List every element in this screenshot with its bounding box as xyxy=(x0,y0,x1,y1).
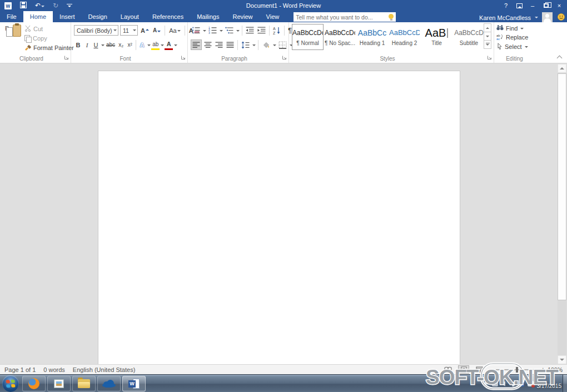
tab-file[interactable]: File xyxy=(0,11,23,22)
font-color-caret[interactable] xyxy=(174,44,177,48)
taskbar-clock[interactable]: 3/17/2015 xyxy=(537,378,562,389)
word-count[interactable]: 0 words xyxy=(43,366,65,373)
font-dialog-launcher[interactable] xyxy=(181,54,186,61)
font-name-combo[interactable]: Calibri (Body) xyxy=(74,25,118,36)
page-indicator[interactable]: Page 1 of 1 xyxy=(4,366,36,373)
tab-design[interactable]: Design xyxy=(82,11,114,22)
align-center-button[interactable] xyxy=(203,39,213,50)
taskbar-explorer-button[interactable] xyxy=(72,376,96,391)
taskbar-firefox-button[interactable] xyxy=(22,376,46,391)
taskbar-word-button[interactable]: W xyxy=(122,376,146,391)
customize-qat-button[interactable] xyxy=(67,4,72,7)
text-highlight-button[interactable]: ab xyxy=(151,39,160,50)
line-spacing-button[interactable] xyxy=(240,39,251,50)
style-normal[interactable]: AaBbCcDc ¶ Normal xyxy=(292,24,324,50)
styles-scroll-down-button[interactable] xyxy=(484,32,491,41)
bold-button[interactable]: B xyxy=(74,39,82,50)
save-icon[interactable] xyxy=(20,2,27,9)
font-color-button[interactable]: A xyxy=(165,39,173,50)
change-case-button[interactable]: Aa xyxy=(168,25,181,36)
close-button[interactable]: × xyxy=(553,0,566,11)
styles-more-button[interactable] xyxy=(484,40,491,49)
highlight-caret[interactable] xyxy=(161,44,164,48)
scroll-down-button[interactable] xyxy=(558,355,566,364)
ribbon-display-options-button[interactable] xyxy=(513,0,526,11)
subscript-button[interactable]: x₂ xyxy=(117,39,125,50)
grow-font-button[interactable]: A xyxy=(140,25,150,36)
sort-button[interactable]: AZ xyxy=(272,25,282,36)
underline-button[interactable]: U xyxy=(92,39,100,50)
style-heading-1[interactable]: AaBbCc Heading 1 xyxy=(356,24,388,50)
tell-me-box[interactable] xyxy=(294,12,396,22)
tell-me-input[interactable] xyxy=(296,14,389,21)
styles-scroll-up-button[interactable] xyxy=(484,23,491,32)
zoom-slider-thumb[interactable] xyxy=(516,367,518,373)
restore-button[interactable] xyxy=(539,0,553,11)
increase-indent-button[interactable] xyxy=(256,25,267,36)
tray-device-icon[interactable] xyxy=(492,381,498,386)
minimize-button[interactable]: – xyxy=(526,0,539,11)
cut-button[interactable]: Cut xyxy=(24,25,74,33)
taskbar-onedrive-button[interactable] xyxy=(97,376,121,391)
account-dropdown-caret[interactable] xyxy=(535,17,538,20)
web-layout-button[interactable] xyxy=(474,365,485,374)
tab-view[interactable]: View xyxy=(260,11,286,22)
superscript-button[interactable]: x² xyxy=(126,39,134,50)
tab-mailings[interactable]: Mailings xyxy=(190,11,226,22)
avatar[interactable] xyxy=(542,12,553,23)
tab-references[interactable]: References xyxy=(146,11,190,22)
underline-caret[interactable] xyxy=(101,44,105,48)
feedback-smiley-icon[interactable] xyxy=(558,13,565,23)
clipboard-dialog-launcher[interactable] xyxy=(64,54,69,61)
document-page[interactable] xyxy=(98,71,460,364)
align-right-button[interactable] xyxy=(214,39,224,50)
style-heading-2[interactable]: AaBbCcD Heading 2 xyxy=(389,24,420,50)
bullets-button[interactable] xyxy=(191,25,201,36)
tab-home[interactable]: Home xyxy=(23,11,53,22)
zoom-slider-track[interactable] xyxy=(496,369,538,370)
zoom-in-button[interactable]: + xyxy=(541,366,545,374)
bullets-caret[interactable] xyxy=(203,30,206,33)
shrink-font-button[interactable]: A xyxy=(152,25,162,36)
justify-button[interactable] xyxy=(225,39,235,50)
volume-icon[interactable] xyxy=(501,381,505,386)
style-title[interactable]: AaB Title xyxy=(421,24,452,50)
text-effects-button[interactable]: A xyxy=(138,39,146,50)
shading-caret[interactable] xyxy=(273,44,276,48)
format-painter-button[interactable]: Format Painter xyxy=(24,44,74,52)
show-hidden-icons-button[interactable] xyxy=(483,381,489,386)
paragraph-dialog-launcher[interactable] xyxy=(282,54,287,61)
read-mode-button[interactable] xyxy=(442,365,454,374)
borders-button[interactable] xyxy=(277,39,288,50)
help-button[interactable]: ? xyxy=(499,0,513,11)
numbering-caret[interactable] xyxy=(220,30,223,33)
style-subtitle[interactable]: AaBbCcD Subtitle xyxy=(453,24,485,50)
vertical-scrollbar[interactable] xyxy=(558,64,566,364)
shading-button[interactable] xyxy=(261,39,271,50)
action-center-flag-icon[interactable] xyxy=(528,381,534,386)
paste-button[interactable]: Paste xyxy=(3,24,22,38)
tab-layout[interactable]: Layout xyxy=(114,11,146,22)
redo-button[interactable]: ↻ xyxy=(53,2,58,9)
print-layout-button[interactable] xyxy=(458,365,469,374)
numbering-button[interactable]: 123 xyxy=(207,25,218,36)
zoom-percentage[interactable]: 100% xyxy=(548,366,563,373)
collapse-ribbon-button[interactable] xyxy=(558,55,562,59)
undo-dropdown-caret[interactable] xyxy=(41,6,44,9)
align-left-button[interactable] xyxy=(191,39,202,50)
network-icon[interactable] xyxy=(509,381,515,386)
multilevel-list-button[interactable] xyxy=(224,25,235,36)
style-no-spacing[interactable]: AaBbCcDc ¶ No Spac... xyxy=(324,24,356,50)
multilevel-caret[interactable] xyxy=(236,30,240,33)
styles-dialog-launcher[interactable] xyxy=(487,54,492,61)
line-spacing-caret[interactable] xyxy=(252,44,256,48)
strikethrough-button[interactable]: abc xyxy=(105,39,116,50)
taskbar-image-viewer-button[interactable] xyxy=(47,376,71,391)
undo-button[interactable]: ↶ xyxy=(35,2,44,9)
scroll-up-button[interactable] xyxy=(558,64,566,73)
show-desktop-button[interactable] xyxy=(563,375,567,392)
replace-button[interactable]: abac Replace xyxy=(496,33,528,41)
font-size-combo[interactable]: 11 xyxy=(120,25,138,36)
find-button[interactable]: Find xyxy=(496,24,528,32)
text-effects-caret[interactable] xyxy=(147,44,151,48)
